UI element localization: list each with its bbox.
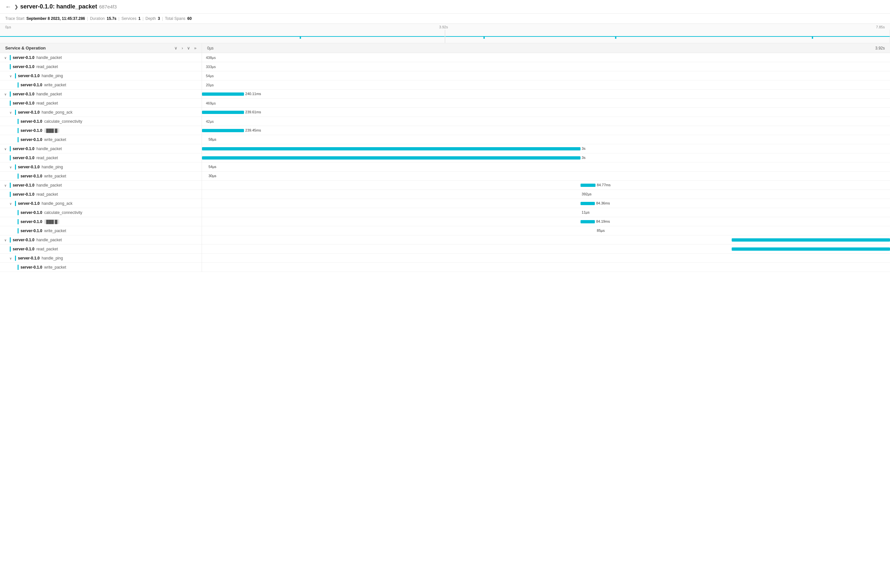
span-operation-name: read_packet — [36, 192, 58, 196]
span-timeline-cell: 11µs — [202, 208, 890, 217]
svg-rect-3 — [483, 36, 485, 39]
span-tree-cell[interactable]: ∨ server-0.1.0 handle_pong_ack — [0, 199, 202, 208]
spans-list[interactable]: ∨ server-0.1.0 handle_packet 438µs serve… — [0, 53, 890, 574]
span-tree-cell[interactable]: ∨ server-0.1.0 handle_packet — [0, 144, 202, 153]
svg-rect-7 — [812, 36, 813, 39]
span-tree-cell[interactable]: server-0.1.0 calculate_connectivity — [0, 208, 202, 217]
span-bar — [580, 202, 595, 205]
span-tree-cell[interactable]: server-0.1.0 read_packet — [0, 244, 202, 254]
main-content: Service & Operation ∨ › ∨ » 0µs 3.92s ∨ … — [0, 43, 890, 574]
span-toggle[interactable]: ∨ — [8, 165, 13, 169]
span-color-indicator — [15, 256, 16, 261]
span-color-indicator — [10, 55, 11, 60]
span-operation-name: read_packet — [36, 64, 58, 69]
svg-rect-5 — [615, 36, 616, 39]
span-tree-cell[interactable]: ∨ server-0.1.0 handle_packet — [0, 90, 202, 99]
span-service-name: server-0.1.0 — [13, 56, 35, 60]
span-tree-cell[interactable]: ∨ server-0.1.0 handle_ping — [0, 254, 202, 263]
expand-chevron[interactable]: ❯ — [14, 4, 18, 9]
right-column-header: 0µs 3.92s — [202, 43, 890, 53]
span-color-indicator — [15, 164, 16, 170]
expand-all-btn[interactable]: » — [194, 46, 197, 51]
table-row: server-0.1.0 write_packet 85µs — [0, 226, 890, 236]
collapse-all-btn[interactable]: ∨ — [174, 46, 177, 51]
back-button[interactable]: ← — [5, 4, 11, 10]
timeline-start-label: 0µs — [207, 46, 214, 51]
span-tree-cell[interactable]: ∨ server-0.1.0 handle_pong_ack — [0, 108, 202, 117]
span-tree-cell[interactable]: server-0.1.0 ███ █ — [0, 217, 202, 226]
span-tree-cell[interactable]: server-0.1.0 read_packet — [0, 190, 202, 199]
span-operation-name: calculate_connectivity — [44, 119, 83, 124]
span-tree-cell[interactable]: ∨ server-0.1.0 handle_packet — [0, 181, 202, 190]
span-timeline-cell: 239.45ms — [202, 126, 890, 135]
span-tree-cell[interactable]: server-0.1.0 write_packet — [0, 263, 202, 272]
svg-rect-1 — [300, 36, 301, 39]
timeline-overview[interactable]: 0µs 3.92s 7.85s — [0, 24, 890, 43]
span-toggle[interactable]: ∨ — [3, 93, 8, 96]
span-duration: 469µs — [206, 101, 216, 105]
span-bar — [732, 248, 890, 251]
span-toggle[interactable]: ∨ — [3, 238, 8, 242]
span-toggle[interactable]: ∨ — [3, 184, 8, 187]
span-service-name: server-0.1.0 — [21, 210, 42, 215]
collapse-btn2[interactable]: ∨ — [187, 46, 190, 51]
span-operation-name: handle_packet — [36, 238, 62, 242]
span-toggle[interactable]: ∨ — [8, 74, 13, 78]
span-toggle[interactable]: ∨ — [3, 56, 8, 60]
span-service-name: server-0.1.0 — [18, 201, 40, 206]
span-tree-cell[interactable]: server-0.1.0 read_packet — [0, 99, 202, 108]
span-color-indicator — [10, 92, 11, 97]
span-tree-cell[interactable]: server-0.1.0 read_packet — [0, 153, 202, 162]
span-tree-cell[interactable]: server-0.1.0 write_packet — [0, 226, 202, 236]
span-color-indicator — [15, 201, 16, 206]
span-service-name: server-0.1.0 — [21, 228, 42, 233]
svg-rect-2 — [301, 36, 483, 37]
span-toggle[interactable]: ∨ — [8, 256, 13, 260]
span-duration: 84.19ms — [596, 219, 610, 224]
span-color-indicator — [18, 210, 18, 215]
span-tree-cell[interactable]: ∨ server-0.1.0 handle_packet — [0, 53, 202, 62]
span-operation-name: handle_pong_ack — [42, 201, 73, 206]
span-tree-cell[interactable]: server-0.1.0 ███ █ — [0, 126, 202, 135]
span-toggle[interactable]: ∨ — [8, 111, 13, 114]
timeline-time-labels: 0µs 3.92s 7.85s — [0, 24, 890, 30]
span-service-name: server-0.1.0 — [13, 147, 35, 151]
expand-next-btn[interactable]: › — [182, 46, 183, 51]
table-row: server-0.1.0 write_packet 20µs — [0, 80, 890, 90]
span-operation-name: read_packet — [36, 101, 58, 105]
span-tree-cell[interactable]: server-0.1.0 write_packet — [0, 135, 202, 144]
span-operation-name: handle_ping — [42, 256, 63, 261]
span-duration: 54µs — [206, 74, 214, 78]
span-timeline-cell: 240.11ms — [202, 90, 890, 99]
span-color-indicator — [10, 237, 11, 243]
span-tree-cell[interactable]: server-0.1.0 write_packet — [0, 80, 202, 90]
table-row: server-0.1.0 read_packet 392µs — [0, 190, 890, 199]
span-duration: 84.77ms — [597, 183, 610, 187]
table-row: ∨ server-0.1.0 handle_packet 84.77ms — [0, 181, 890, 190]
span-color-indicator — [15, 110, 16, 115]
span-toggle[interactable]: ∨ — [3, 147, 8, 151]
duration-label: Duration — [90, 16, 105, 21]
span-service-name: server-0.1.0 — [13, 92, 35, 96]
span-operation-name: write_packet — [44, 265, 66, 270]
service-operation-header: Service & Operation — [5, 46, 170, 51]
span-color-indicator — [18, 119, 18, 124]
overview-chart — [0, 30, 890, 43]
span-toggle[interactable]: ∨ — [8, 202, 13, 206]
table-row: server-0.1.0 write_packet 30µs — [0, 172, 890, 181]
span-tree-cell[interactable]: ∨ server-0.1.0 handle_ping — [0, 71, 202, 80]
span-service-name: server-0.1.0 — [21, 128, 42, 133]
span-timeline-cell: 30µs — [202, 172, 890, 181]
span-duration: 240.11ms — [245, 92, 261, 96]
span-tree-cell[interactable]: server-0.1.0 read_packet — [0, 62, 202, 71]
table-row: server-0.1.0 ███ █ 84.19ms — [0, 217, 890, 226]
span-bar — [202, 93, 244, 96]
span-tree-cell[interactable]: server-0.1.0 write_packet — [0, 172, 202, 181]
span-tree-cell[interactable]: ∨ server-0.1.0 handle_ping — [0, 162, 202, 172]
table-row: ∨ server-0.1.0 handle_pong_ack 239.61ms — [0, 108, 890, 117]
span-color-indicator — [10, 100, 11, 106]
span-tree-cell[interactable]: server-0.1.0 calculate_connectivity — [0, 117, 202, 126]
span-color-indicator — [10, 146, 11, 152]
span-tree-cell[interactable]: ∨ server-0.1.0 handle_packet — [0, 236, 202, 244]
trace-metadata: Trace Start September 8 2023, 11:45:37.2… — [0, 14, 890, 24]
